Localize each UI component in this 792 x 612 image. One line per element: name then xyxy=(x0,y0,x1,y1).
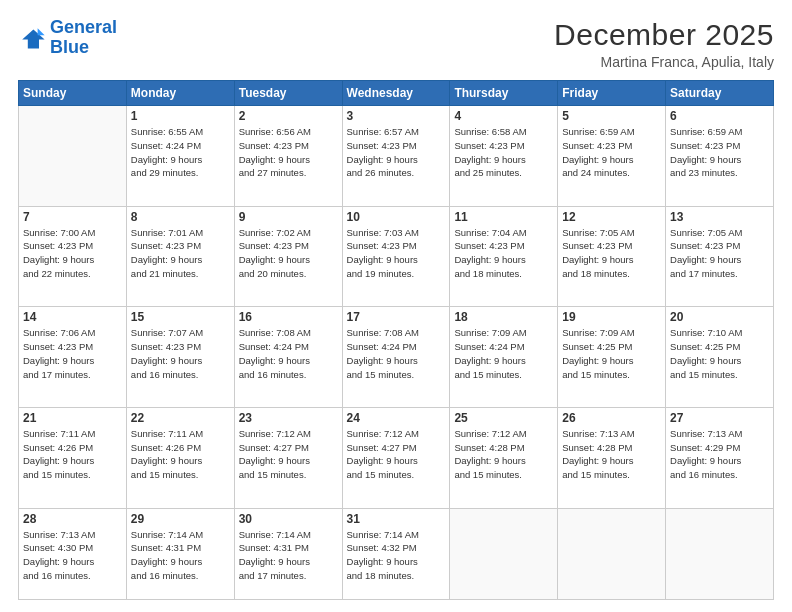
day-number: 8 xyxy=(131,210,230,224)
week-row-2: 7Sunrise: 7:00 AMSunset: 4:23 PMDaylight… xyxy=(19,206,774,307)
day-info: Sunrise: 7:00 AMSunset: 4:23 PMDaylight:… xyxy=(23,226,122,281)
day-info: Sunrise: 7:09 AMSunset: 4:25 PMDaylight:… xyxy=(562,326,661,381)
day-number: 21 xyxy=(23,411,122,425)
day-info: Sunrise: 7:13 AMSunset: 4:29 PMDaylight:… xyxy=(670,427,769,482)
logo-general: General xyxy=(50,17,117,37)
day-number: 14 xyxy=(23,310,122,324)
calendar-cell: 31Sunrise: 7:14 AMSunset: 4:32 PMDayligh… xyxy=(342,508,450,600)
day-info: Sunrise: 6:59 AMSunset: 4:23 PMDaylight:… xyxy=(670,125,769,180)
day-info: Sunrise: 7:08 AMSunset: 4:24 PMDaylight:… xyxy=(239,326,338,381)
calendar-cell: 28Sunrise: 7:13 AMSunset: 4:30 PMDayligh… xyxy=(19,508,127,600)
day-number: 12 xyxy=(562,210,661,224)
day-info: Sunrise: 7:12 AMSunset: 4:27 PMDaylight:… xyxy=(239,427,338,482)
day-number: 4 xyxy=(454,109,553,123)
day-info: Sunrise: 7:01 AMSunset: 4:23 PMDaylight:… xyxy=(131,226,230,281)
col-header-sunday: Sunday xyxy=(19,81,127,106)
location: Martina Franca, Apulia, Italy xyxy=(554,54,774,70)
calendar-cell: 19Sunrise: 7:09 AMSunset: 4:25 PMDayligh… xyxy=(558,307,666,408)
day-info: Sunrise: 7:14 AMSunset: 4:32 PMDaylight:… xyxy=(347,528,446,583)
col-header-friday: Friday xyxy=(558,81,666,106)
calendar-cell: 23Sunrise: 7:12 AMSunset: 4:27 PMDayligh… xyxy=(234,407,342,508)
calendar-cell: 12Sunrise: 7:05 AMSunset: 4:23 PMDayligh… xyxy=(558,206,666,307)
calendar-cell: 5Sunrise: 6:59 AMSunset: 4:23 PMDaylight… xyxy=(558,106,666,207)
calendar-cell: 22Sunrise: 7:11 AMSunset: 4:26 PMDayligh… xyxy=(126,407,234,508)
calendar-cell: 30Sunrise: 7:14 AMSunset: 4:31 PMDayligh… xyxy=(234,508,342,600)
calendar-cell: 18Sunrise: 7:09 AMSunset: 4:24 PMDayligh… xyxy=(450,307,558,408)
day-info: Sunrise: 7:02 AMSunset: 4:23 PMDaylight:… xyxy=(239,226,338,281)
day-number: 19 xyxy=(562,310,661,324)
calendar-cell: 27Sunrise: 7:13 AMSunset: 4:29 PMDayligh… xyxy=(666,407,774,508)
day-number: 13 xyxy=(670,210,769,224)
logo-icon xyxy=(18,24,46,52)
day-number: 25 xyxy=(454,411,553,425)
col-header-saturday: Saturday xyxy=(666,81,774,106)
calendar-cell: 1Sunrise: 6:55 AMSunset: 4:24 PMDaylight… xyxy=(126,106,234,207)
day-info: Sunrise: 7:14 AMSunset: 4:31 PMDaylight:… xyxy=(239,528,338,583)
day-info: Sunrise: 7:12 AMSunset: 4:28 PMDaylight:… xyxy=(454,427,553,482)
day-info: Sunrise: 7:03 AMSunset: 4:23 PMDaylight:… xyxy=(347,226,446,281)
calendar-cell: 21Sunrise: 7:11 AMSunset: 4:26 PMDayligh… xyxy=(19,407,127,508)
day-number: 26 xyxy=(562,411,661,425)
day-number: 22 xyxy=(131,411,230,425)
day-number: 11 xyxy=(454,210,553,224)
logo-text: General Blue xyxy=(50,18,117,58)
day-info: Sunrise: 7:12 AMSunset: 4:27 PMDaylight:… xyxy=(347,427,446,482)
day-number: 28 xyxy=(23,512,122,526)
day-number: 15 xyxy=(131,310,230,324)
day-info: Sunrise: 7:11 AMSunset: 4:26 PMDaylight:… xyxy=(23,427,122,482)
calendar-cell: 9Sunrise: 7:02 AMSunset: 4:23 PMDaylight… xyxy=(234,206,342,307)
calendar-cell: 8Sunrise: 7:01 AMSunset: 4:23 PMDaylight… xyxy=(126,206,234,307)
day-number: 30 xyxy=(239,512,338,526)
header: General Blue December 2025 Martina Franc… xyxy=(18,18,774,70)
day-number: 1 xyxy=(131,109,230,123)
day-info: Sunrise: 7:10 AMSunset: 4:25 PMDaylight:… xyxy=(670,326,769,381)
svg-marker-1 xyxy=(38,28,45,35)
calendar-cell xyxy=(558,508,666,600)
day-number: 16 xyxy=(239,310,338,324)
day-number: 20 xyxy=(670,310,769,324)
day-number: 3 xyxy=(347,109,446,123)
week-row-1: 1Sunrise: 6:55 AMSunset: 4:24 PMDaylight… xyxy=(19,106,774,207)
day-info: Sunrise: 7:08 AMSunset: 4:24 PMDaylight:… xyxy=(347,326,446,381)
day-number: 7 xyxy=(23,210,122,224)
day-number: 10 xyxy=(347,210,446,224)
logo: General Blue xyxy=(18,18,117,58)
day-number: 18 xyxy=(454,310,553,324)
calendar-cell xyxy=(19,106,127,207)
calendar-cell: 16Sunrise: 7:08 AMSunset: 4:24 PMDayligh… xyxy=(234,307,342,408)
calendar-cell: 10Sunrise: 7:03 AMSunset: 4:23 PMDayligh… xyxy=(342,206,450,307)
calendar-cell: 25Sunrise: 7:12 AMSunset: 4:28 PMDayligh… xyxy=(450,407,558,508)
calendar-cell xyxy=(666,508,774,600)
col-header-wednesday: Wednesday xyxy=(342,81,450,106)
day-info: Sunrise: 6:56 AMSunset: 4:23 PMDaylight:… xyxy=(239,125,338,180)
day-info: Sunrise: 7:13 AMSunset: 4:30 PMDaylight:… xyxy=(23,528,122,583)
day-number: 24 xyxy=(347,411,446,425)
week-row-5: 28Sunrise: 7:13 AMSunset: 4:30 PMDayligh… xyxy=(19,508,774,600)
week-row-4: 21Sunrise: 7:11 AMSunset: 4:26 PMDayligh… xyxy=(19,407,774,508)
page: General Blue December 2025 Martina Franc… xyxy=(0,0,792,612)
day-info: Sunrise: 6:55 AMSunset: 4:24 PMDaylight:… xyxy=(131,125,230,180)
calendar-cell: 13Sunrise: 7:05 AMSunset: 4:23 PMDayligh… xyxy=(666,206,774,307)
calendar-table: SundayMondayTuesdayWednesdayThursdayFrid… xyxy=(18,80,774,600)
calendar-cell: 11Sunrise: 7:04 AMSunset: 4:23 PMDayligh… xyxy=(450,206,558,307)
calendar-cell: 24Sunrise: 7:12 AMSunset: 4:27 PMDayligh… xyxy=(342,407,450,508)
col-header-thursday: Thursday xyxy=(450,81,558,106)
calendar-cell: 26Sunrise: 7:13 AMSunset: 4:28 PMDayligh… xyxy=(558,407,666,508)
title-block: December 2025 Martina Franca, Apulia, It… xyxy=(554,18,774,70)
calendar-cell: 29Sunrise: 7:14 AMSunset: 4:31 PMDayligh… xyxy=(126,508,234,600)
calendar-cell xyxy=(450,508,558,600)
day-number: 6 xyxy=(670,109,769,123)
calendar-cell: 15Sunrise: 7:07 AMSunset: 4:23 PMDayligh… xyxy=(126,307,234,408)
day-number: 27 xyxy=(670,411,769,425)
day-info: Sunrise: 7:07 AMSunset: 4:23 PMDaylight:… xyxy=(131,326,230,381)
calendar-cell: 4Sunrise: 6:58 AMSunset: 4:23 PMDaylight… xyxy=(450,106,558,207)
calendar-cell: 17Sunrise: 7:08 AMSunset: 4:24 PMDayligh… xyxy=(342,307,450,408)
day-info: Sunrise: 7:05 AMSunset: 4:23 PMDaylight:… xyxy=(670,226,769,281)
week-row-3: 14Sunrise: 7:06 AMSunset: 4:23 PMDayligh… xyxy=(19,307,774,408)
day-info: Sunrise: 7:04 AMSunset: 4:23 PMDaylight:… xyxy=(454,226,553,281)
day-number: 5 xyxy=(562,109,661,123)
calendar-cell: 14Sunrise: 7:06 AMSunset: 4:23 PMDayligh… xyxy=(19,307,127,408)
month-title: December 2025 xyxy=(554,18,774,52)
calendar-cell: 3Sunrise: 6:57 AMSunset: 4:23 PMDaylight… xyxy=(342,106,450,207)
calendar-header-row: SundayMondayTuesdayWednesdayThursdayFrid… xyxy=(19,81,774,106)
